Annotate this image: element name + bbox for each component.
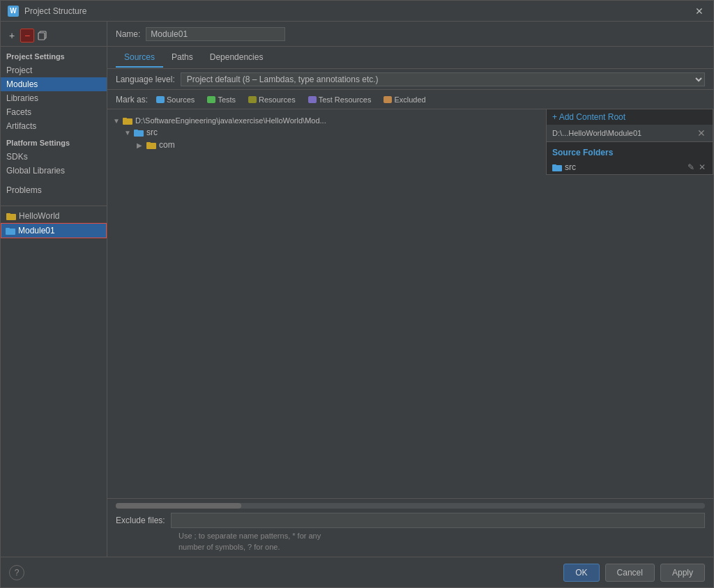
exclude-label: Exclude files: <box>116 516 165 525</box>
project-label: Project <box>6 65 32 75</box>
bottom-area: Exclude files: Use ; to separate name pa… <box>107 498 713 557</box>
content-area: ▼ D:\SoftwareEngineering\java\exercise\H… <box>107 109 713 498</box>
close-button[interactable]: ✕ <box>692 4 706 18</box>
cancel-button[interactable]: Cancel <box>605 564 655 582</box>
language-select[interactable]: Project default (8 – Lambdas, type annot… <box>181 72 705 86</box>
sidebar-item-sdks[interactable]: SDKs <box>1 150 107 164</box>
sidebar: + − Project Settings Project Modules Lib… <box>1 22 107 557</box>
problems-label: Problems <box>6 185 42 195</box>
sidebar-item-global-libraries[interactable]: Global Libraries <box>1 164 107 178</box>
popup-panel: + Add Content Root D:\...HelloWorld\Modu… <box>546 109 713 175</box>
tab-sources[interactable]: Sources <box>116 48 163 68</box>
module-name-input[interactable] <box>146 27 285 41</box>
name-label: Name: <box>116 29 140 39</box>
src-arrow-icon: ▼ <box>124 129 134 137</box>
root-arrow-icon: ▼ <box>113 117 123 125</box>
apply-button[interactable]: Apply <box>660 564 705 582</box>
source-folders-title: Source Folders <box>547 142 713 160</box>
tab-dependencies[interactable]: Dependencies <box>202 48 272 68</box>
src-folder-icon <box>134 128 144 137</box>
mark-resources-button[interactable]: Resources <box>244 95 300 105</box>
name-bar: Name: <box>107 22 713 47</box>
tab-paths[interactable]: Paths <box>163 48 202 68</box>
global-libraries-label: Global Libraries <box>6 166 65 176</box>
helloworld-label: HelloWorld <box>19 211 59 221</box>
modules-label: Modules <box>6 79 38 89</box>
tabs-bar: Sources Paths Dependencies <box>107 47 713 69</box>
dialog-title: Project Structure <box>24 6 86 16</box>
popup-edit-button[interactable]: ✎ <box>686 162 696 172</box>
popup-header: D:\...HelloWorld\Module01 ✕ <box>547 125 713 142</box>
main-content: + − Project Settings Project Modules Lib… <box>1 22 713 557</box>
svg-rect-11 <box>146 142 151 144</box>
popup-close-button[interactable]: ✕ <box>696 127 707 139</box>
popup-src-item: src ✎ ✕ <box>547 160 713 174</box>
sidebar-item-libraries[interactable]: Libraries <box>1 91 107 105</box>
footer: ? OK Cancel Apply <box>1 557 713 587</box>
com-arrow-icon: ▶ <box>137 141 146 149</box>
remove-module-button[interactable]: − <box>20 29 34 42</box>
exclude-help-text: Use ; to separate name patterns, * for a… <box>116 531 705 552</box>
right-panel: Name: Sources Paths Dependencies Languag… <box>107 22 713 557</box>
mark-test-resources-button[interactable]: Test Resources <box>304 95 376 105</box>
tree-item-helloworld[interactable]: HelloWorld <box>1 209 107 223</box>
project-settings-header: Project Settings <box>1 47 107 63</box>
svg-rect-1 <box>38 33 45 40</box>
add-content-root-label: + Add Content Root <box>552 112 625 122</box>
com-label: com <box>159 140 175 150</box>
mark-sources-button[interactable]: Sources <box>152 95 199 105</box>
sidebar-item-project[interactable]: Project <box>1 63 107 77</box>
sources-dot-icon <box>156 96 165 103</box>
svg-rect-9 <box>134 130 138 132</box>
platform-settings-header: Platform Settings <box>1 133 107 150</box>
sidebar-item-problems[interactable]: Problems <box>1 183 107 197</box>
mark-sources-label: Sources <box>167 95 195 104</box>
mark-excluded-button[interactable]: Excluded <box>379 95 430 105</box>
module01-folder-icon <box>6 226 15 235</box>
title-bar: W Project Structure ✕ <box>1 1 713 22</box>
sidebar-item-facets[interactable]: Facets <box>1 105 107 119</box>
artifacts-label: Artifacts <box>6 121 36 131</box>
ok-button[interactable]: OK <box>563 564 599 582</box>
sidebar-item-modules[interactable]: Modules <box>1 77 107 91</box>
help-button[interactable]: ? <box>9 565 24 580</box>
mark-as-label: Mark as: <box>116 95 148 105</box>
copy-icon <box>38 31 47 40</box>
sdks-label: SDKs <box>6 152 28 162</box>
svg-rect-3 <box>6 213 10 215</box>
language-label: Language level: <box>116 75 175 84</box>
svg-rect-13 <box>552 164 556 167</box>
exclude-row: Exclude files: <box>116 513 705 528</box>
title-bar-left: W Project Structure <box>8 6 86 17</box>
excluded-dot-icon <box>383 96 392 103</box>
com-folder-icon <box>146 141 156 149</box>
add-content-root-button[interactable]: + Add Content Root <box>547 109 713 125</box>
popup-item-actions: ✎ ✕ <box>686 162 707 172</box>
scrollbar-thumb <box>116 503 241 509</box>
root-path-text: D:\SoftwareEngineering\java\exercise\Hel… <box>135 116 326 125</box>
mark-resources-label: Resources <box>259 95 296 104</box>
popup-src-folder-icon <box>552 163 562 171</box>
tree-item-module01[interactable]: Module01 <box>1 223 107 238</box>
add-module-button[interactable]: + <box>5 29 19 42</box>
popup-src-label: src <box>565 162 576 172</box>
popup-remove-button[interactable]: ✕ <box>697 162 707 172</box>
mark-tests-button[interactable]: Tests <box>203 95 240 105</box>
scrollbar-track[interactable] <box>116 503 705 509</box>
copy-module-button[interactable] <box>36 29 50 42</box>
mark-as-bar: Mark as: Sources Tests Resources Test Re… <box>107 90 713 109</box>
app-icon: W <box>8 6 19 17</box>
helloworld-folder-icon <box>6 212 16 220</box>
svg-rect-5 <box>6 228 10 230</box>
project-structure-dialog: W Project Structure ✕ + − Project Settin… <box>0 0 714 588</box>
src-label: src <box>146 127 158 137</box>
exclude-input[interactable] <box>171 513 705 528</box>
sidebar-toolbar: + − <box>1 24 107 47</box>
mark-excluded-label: Excluded <box>394 95 425 104</box>
module01-label: Module01 <box>18 226 55 235</box>
sidebar-item-artifacts[interactable]: Artifacts <box>1 119 107 133</box>
popup-path-text: D:\...HelloWorld\Module01 <box>552 129 641 137</box>
root-folder-icon <box>123 116 132 125</box>
svg-rect-7 <box>123 118 127 120</box>
libraries-label: Libraries <box>6 93 38 103</box>
